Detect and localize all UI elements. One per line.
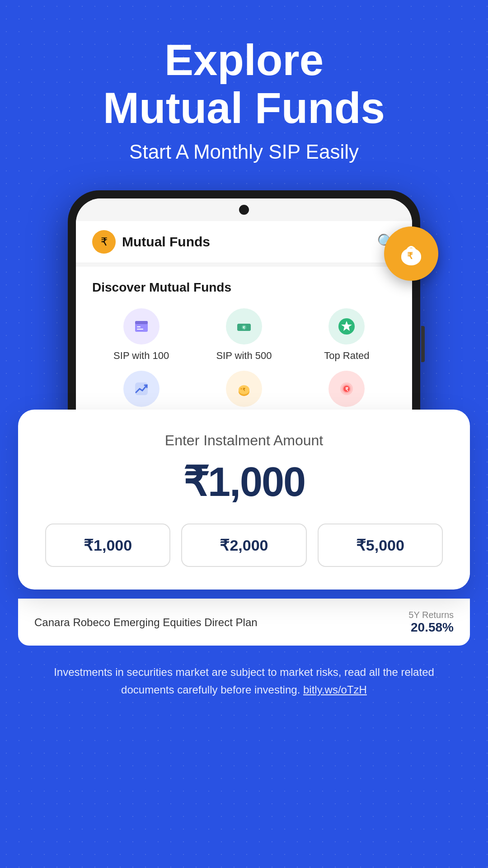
sip500-label: SIP with 500 (216, 350, 272, 362)
discover-title: Discover Mutual Funds (92, 280, 396, 295)
phone-mockup: ₹ Mutual Funds 🔍 Discover Mutual Funds (68, 190, 420, 446)
fund-grid: SIP with 100 ₹ SIP w (92, 308, 396, 424)
svg-rect-1 (135, 321, 148, 324)
toprated-icon (328, 308, 365, 344)
toprated-label: Top Rated (324, 350, 369, 362)
sip100-icon (123, 308, 160, 344)
amount-1000-button[interactable]: ₹1,000 (45, 524, 170, 567)
phone-notch (76, 198, 412, 221)
hero-title: Explore Mutual Funds (103, 36, 385, 132)
phone-camera (239, 205, 249, 215)
fund-result-row: Canara Robeco Emerging Equities Direct P… (18, 599, 470, 646)
instalment-label: Enter Instalment Amount (45, 432, 443, 449)
fund-result-name: Canara Robeco Emerging Equities Direct P… (34, 615, 258, 630)
phone-frame: ₹ Mutual Funds 🔍 Discover Mutual Funds (68, 190, 420, 446)
svg-point-14 (240, 388, 242, 390)
app-title: Mutual Funds (122, 234, 210, 250)
svg-rect-3 (137, 329, 143, 330)
fund-result-returns: 5Y Returns 20.58% (408, 610, 454, 635)
disclaimer-section: Investments in securities market are sub… (0, 646, 488, 726)
amount-2000-button[interactable]: ₹2,000 (181, 524, 306, 567)
app-logo: ₹ (92, 230, 116, 254)
sip500-icon: ₹ (226, 308, 262, 344)
hero-subtitle: Start A Monthly SIP Easily (103, 141, 385, 163)
instalment-card: Enter Instalment Amount ₹1,000 ₹1,000 ₹2… (18, 410, 470, 590)
disclaimer-link[interactable]: bitly.ws/oTzH (303, 684, 367, 696)
svg-text:₹: ₹ (243, 387, 245, 392)
hero-section: Explore Mutual Funds Start A Monthly SIP… (76, 36, 412, 163)
amount-options: ₹1,000 ₹2,000 ₹5,000 (45, 524, 443, 567)
sip100-label: SIP with 100 (113, 350, 169, 362)
phone-side-button (421, 326, 425, 362)
taxsaving-icon: ₹ (226, 371, 262, 407)
svg-rect-2 (137, 326, 141, 327)
fund-item-sip100[interactable]: SIP with 100 (92, 308, 190, 362)
money-bag-float: ₹ (384, 226, 438, 281)
fund-result-info: Canara Robeco Emerging Equities Direct P… (34, 615, 258, 630)
highreturns-icon (123, 371, 160, 407)
fund-return-value: 20.58% (408, 620, 454, 635)
svg-text:₹: ₹ (407, 251, 413, 261)
page-root: Explore Mutual Funds Start A Monthly SIP… (0, 0, 488, 726)
fund-item-sip500[interactable]: ₹ SIP with 500 (195, 308, 293, 362)
svg-text:₹: ₹ (345, 387, 348, 392)
amount-5000-button[interactable]: ₹5,000 (318, 524, 443, 567)
phone-screen: ₹ Mutual Funds 🔍 Discover Mutual Funds (76, 198, 412, 438)
app-header-left: ₹ Mutual Funds (92, 230, 210, 254)
lowrisk-icon: ₹ (328, 371, 365, 407)
disclaimer-text: Investments in securities market are sub… (54, 666, 434, 695)
logo-emoji: ₹ (101, 236, 108, 248)
fund-item-toprated[interactable]: Top Rated (298, 308, 396, 362)
svg-rect-10 (135, 382, 148, 395)
fund-return-label: 5Y Returns (408, 610, 454, 620)
app-header: ₹ Mutual Funds 🔍 (76, 221, 412, 263)
instalment-amount: ₹1,000 (45, 458, 443, 505)
